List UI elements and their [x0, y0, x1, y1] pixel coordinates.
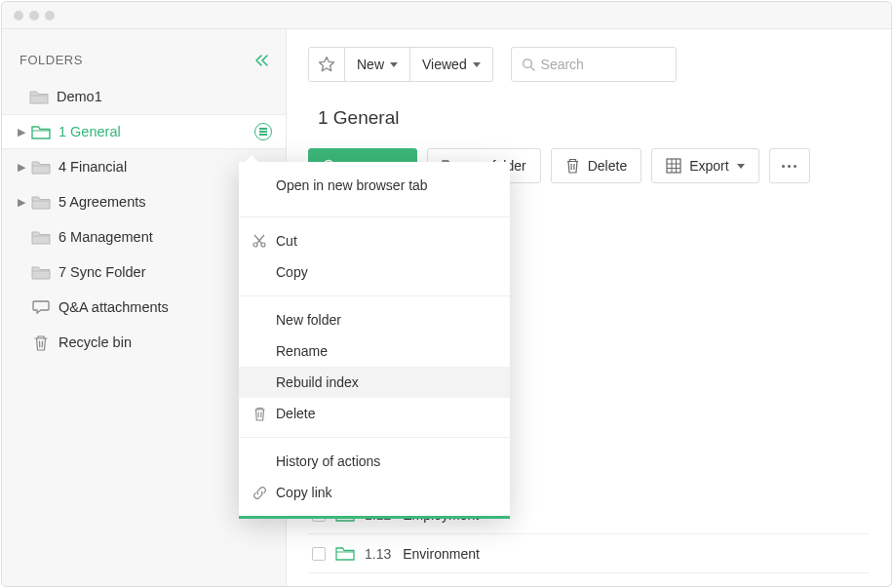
viewed-button[interactable]: Viewed [410, 47, 493, 82]
cm-copy[interactable]: Copy [239, 256, 510, 288]
cm-label: Rebuild index [276, 374, 359, 390]
viewed-label: Viewed [422, 57, 467, 72]
svg-point-4 [261, 243, 265, 247]
cm-label: Delete [276, 406, 315, 421]
delete-button[interactable]: Delete [551, 148, 641, 183]
folder-icon [31, 264, 51, 280]
cm-cut[interactable]: Cut [239, 225, 510, 256]
cm-rebuild-index[interactable]: Rebuild index [239, 367, 510, 398]
sidebar-item-label: Q&A attachments [58, 299, 169, 315]
caret-down-icon [473, 62, 481, 67]
svg-point-3 [253, 243, 257, 247]
cm-new-folder[interactable]: New folder [239, 304, 510, 335]
file-row[interactable]: 1.13 Environment [308, 534, 870, 573]
folder-context-button[interactable] [254, 123, 272, 140]
caret-down-icon [390, 62, 398, 67]
cm-label: History of actions [276, 453, 380, 469]
sidebar-title: FOLDERS [19, 53, 83, 67]
cm-history[interactable]: History of actions [239, 446, 510, 477]
grid-icon [666, 158, 681, 174]
caret-down-icon [737, 164, 745, 169]
more-actions-button[interactable] [769, 148, 810, 183]
cm-separator [239, 437, 510, 438]
window-dot [29, 11, 39, 20]
folder-label: 6 Management [58, 229, 153, 245]
scissors-icon [251, 234, 268, 248]
expand-chevron-icon[interactable]: ▶ [18, 126, 31, 138]
star-icon [318, 56, 335, 73]
folder-label: 5 Agreements [58, 194, 145, 210]
window-dot [14, 11, 23, 20]
folder-icon [31, 159, 51, 175]
folder-label: 7 Sync Folder [58, 264, 145, 280]
file-number: 1.13 [365, 546, 391, 562]
search-box[interactable] [511, 47, 677, 82]
cm-label: New folder [276, 312, 341, 328]
top-toolbar: New Viewed [308, 47, 870, 82]
row-checkbox[interactable] [312, 547, 326, 561]
export-button[interactable]: Export [651, 148, 758, 183]
cm-label: Cut [276, 233, 297, 249]
expand-chevron-icon[interactable]: ▶ [18, 161, 31, 174]
search-input[interactable] [541, 57, 666, 72]
folder-icon [31, 229, 51, 245]
folder-label: Demo1 [57, 89, 102, 104]
hamburger-icon [259, 128, 267, 136]
search-icon [522, 57, 535, 72]
cm-separator [239, 216, 510, 217]
svg-rect-2 [667, 159, 680, 173]
cm-copy-link[interactable]: Copy link [239, 477, 510, 508]
cm-open-tab[interactable]: Open in new browser tab [239, 162, 510, 209]
expand-chevron-icon[interactable]: ▶ [18, 196, 31, 209]
cm-label: Copy [276, 264, 308, 280]
trash-icon [251, 407, 268, 421]
app-window: FOLDERS Demo1 ▶ [1, 1, 892, 587]
file-name: Environment [403, 546, 480, 562]
folder-item-demo1[interactable]: Demo1 [2, 79, 286, 114]
trash-icon [565, 158, 580, 174]
new-button[interactable]: New [345, 47, 410, 82]
link-icon [251, 486, 268, 500]
context-menu: Open in new browser tab Cut Copy New fol… [239, 162, 510, 519]
cm-rename[interactable]: Rename [239, 335, 510, 367]
folder-icon [335, 546, 355, 561]
trash-icon [31, 334, 51, 351]
cm-label: Open in new browser tab [276, 177, 428, 193]
cm-label: Copy link [276, 485, 332, 500]
favorite-button[interactable] [308, 47, 345, 82]
collapse-sidebar-icon[interactable] [254, 54, 270, 67]
sidebar-item-label: Recycle bin [58, 334, 132, 350]
titlebar [2, 2, 891, 29]
chat-icon [31, 299, 51, 315]
page-title: 1 General [318, 107, 870, 129]
folder-icon [29, 89, 49, 104]
cm-delete[interactable]: Delete [239, 398, 510, 429]
folder-label: 4 Financial [58, 159, 127, 175]
sidebar-header: FOLDERS [2, 53, 286, 79]
new-label: New [357, 57, 384, 72]
delete-label: Delete [588, 158, 627, 174]
folder-icon [31, 194, 51, 210]
folder-icon [31, 124, 51, 139]
dots-icon [782, 165, 796, 168]
export-label: Export [689, 158, 728, 174]
folder-item-general[interactable]: ▶ 1 General [2, 114, 286, 149]
cm-separator [239, 295, 510, 296]
cm-label: Rename [276, 343, 328, 359]
folder-label: 1 General [58, 124, 121, 139]
window-dot [45, 11, 55, 20]
